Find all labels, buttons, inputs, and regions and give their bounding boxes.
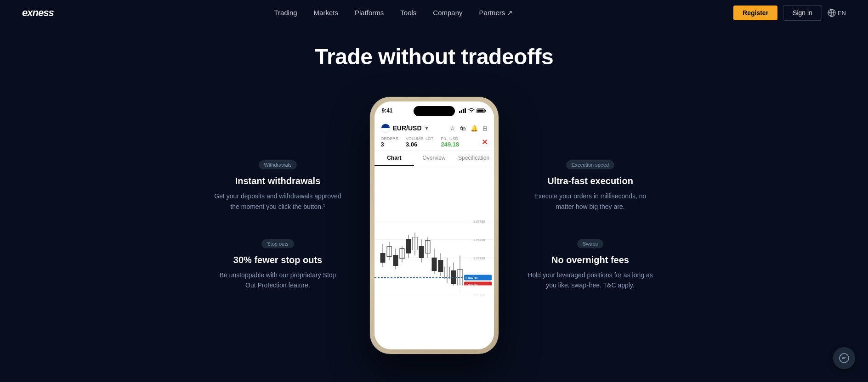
svg-text:1.04780: 1.04780	[465, 276, 477, 280]
signin-button[interactable]: Sign in	[783, 5, 822, 21]
nav-trading[interactable]: Trading	[274, 9, 297, 17]
nav-markets[interactable]: Markets	[314, 9, 338, 17]
nav-tools[interactable]: Tools	[400, 9, 416, 17]
nav-company[interactable]: Company	[433, 9, 462, 17]
svg-point-53	[840, 354, 849, 363]
swaps-desc: Hold your leveraged positions for as lon…	[526, 270, 655, 291]
chat-icon	[839, 353, 849, 363]
svg-text:1.05780: 1.05780	[473, 257, 485, 260]
currency-left: EUR/USD ▼	[381, 124, 429, 133]
svg-rect-9	[477, 110, 483, 112]
execution-badge: Execution speed	[566, 160, 614, 169]
stopouts-badge: Stop outs	[261, 239, 294, 248]
chart-area: 1.07780 1.06780 1.05780 1.04780 1.03780	[374, 166, 494, 349]
volume-stat: VOLUME, LOT 3.06	[406, 136, 434, 148]
tab-chart[interactable]: Chart	[374, 151, 414, 166]
bag-icon[interactable]: 🛍	[460, 125, 466, 132]
orders-label: ORDERS	[381, 136, 399, 141]
orders-value: 3	[381, 141, 399, 148]
execution-title: Ultra-fast execution	[547, 176, 633, 186]
swaps-title: No overnight fees	[551, 255, 629, 265]
pnl-label: P/L, USD	[441, 136, 460, 141]
phone-time: 9:41	[382, 107, 393, 114]
phone-mockup-container: 9:41	[365, 97, 503, 354]
phone-tabs: Chart Overview Specification	[374, 151, 494, 166]
feature-stopouts: Stop outs 30% fewer stop outs Be unstopp…	[209, 239, 347, 291]
svg-rect-52	[374, 286, 494, 313]
svg-text:1.06780: 1.06780	[473, 238, 485, 242]
svg-rect-6	[463, 109, 464, 113]
nav-menu: Trading Markets Platforms Tools Company …	[274, 9, 513, 17]
dynamic-island	[414, 106, 455, 116]
battery-icon	[477, 108, 487, 113]
tab-specification[interactable]: Specification	[454, 151, 494, 166]
language-selector[interactable]: EN	[828, 9, 846, 17]
bell-icon[interactable]: 🔔	[471, 125, 478, 132]
close-button[interactable]: ✕	[482, 138, 488, 146]
feature-swaps: Swaps No overnight fees Hold your levera…	[522, 239, 659, 291]
stopouts-title: 30% fewer stop outs	[233, 255, 322, 265]
chat-button[interactable]	[833, 347, 855, 369]
svg-text:1.07780: 1.07780	[473, 220, 485, 223]
orders-stat: ORDERS 3	[381, 136, 399, 148]
volume-value: 3.06	[406, 141, 434, 148]
nav-partners[interactable]: Partners ↗	[479, 9, 513, 17]
execution-desc: Execute your orders in milliseconds, no …	[526, 191, 655, 212]
stopouts-desc: Be unstoppable with our proprietary Stop…	[214, 270, 342, 291]
nav-platforms[interactable]: Platforms	[355, 9, 384, 17]
feature-withdrawals: Withdrawals Instant withdrawals Get your…	[209, 160, 347, 212]
phone-mockup: 9:41	[370, 97, 499, 354]
lang-label: EN	[838, 10, 846, 17]
withdrawals-title: Instant withdrawals	[235, 176, 321, 186]
phone-action-icons: ☆ 🛍 🔔 ⊞	[450, 125, 488, 132]
hero-section: Trade without tradeoffs Withdrawals Inst…	[0, 26, 868, 382]
phone-currency-header: EUR/USD ▼ ☆ 🛍 🔔 ⊞	[374, 120, 494, 151]
candlestick-chart: 1.07780 1.06780 1.05780 1.04780 1.03780	[374, 166, 494, 349]
nav-actions: Register Sign in EN	[733, 5, 846, 21]
right-features: Execution speed Ultra-fast execution Exe…	[503, 160, 659, 291]
phone-screen: 9:41	[374, 101, 494, 349]
hero-title: Trade without tradeoffs	[315, 44, 553, 69]
phone-status-icons	[459, 108, 487, 113]
svg-rect-26	[393, 256, 398, 266]
svg-rect-44	[451, 271, 456, 284]
globe-icon	[828, 9, 836, 17]
features-row: Withdrawals Instant withdrawals Get your…	[0, 97, 868, 354]
svg-rect-40	[438, 260, 443, 272]
svg-rect-10	[485, 110, 486, 112]
svg-rect-22	[380, 253, 385, 263]
svg-rect-5	[461, 110, 462, 113]
wifi-icon	[468, 108, 475, 113]
pnl-stat: P/L, USD 249.18	[441, 136, 460, 148]
signal-icon	[459, 108, 466, 113]
svg-rect-38	[432, 258, 437, 271]
tab-overview[interactable]: Overview	[414, 151, 454, 166]
currency-row: EUR/USD ▼ ☆ 🛍 🔔 ⊞	[381, 124, 488, 133]
feature-execution: Execution speed Ultra-fast execution Exe…	[522, 160, 659, 212]
withdrawals-badge: Withdrawals	[259, 160, 297, 169]
swaps-badge: Swaps	[577, 239, 603, 248]
pnl-value: 249.18	[441, 141, 460, 148]
flag-icon	[381, 124, 390, 133]
left-features: Withdrawals Instant withdrawals Get your…	[209, 160, 365, 291]
star-icon[interactable]: ☆	[450, 125, 455, 132]
svg-rect-7	[465, 108, 466, 113]
volume-label: VOLUME, LOT	[406, 136, 434, 141]
phone-stats-row: ORDERS 3 VOLUME, LOT 3.06 P/L, USD 249.1…	[381, 136, 488, 148]
menu-icon[interactable]: ⊞	[482, 125, 488, 132]
register-button[interactable]: Register	[733, 6, 777, 20]
currency-label[interactable]: EUR/USD	[393, 124, 422, 132]
logo[interactable]: exness	[22, 7, 54, 19]
withdrawals-desc: Get your deposits and withdrawals approv…	[214, 191, 342, 212]
svg-rect-30	[406, 240, 411, 253]
svg-rect-4	[459, 111, 460, 113]
svg-rect-34	[419, 247, 424, 258]
navigation: exness Trading Markets Platforms Tools C…	[0, 0, 868, 26]
currency-chevron-icon: ▼	[425, 126, 429, 131]
